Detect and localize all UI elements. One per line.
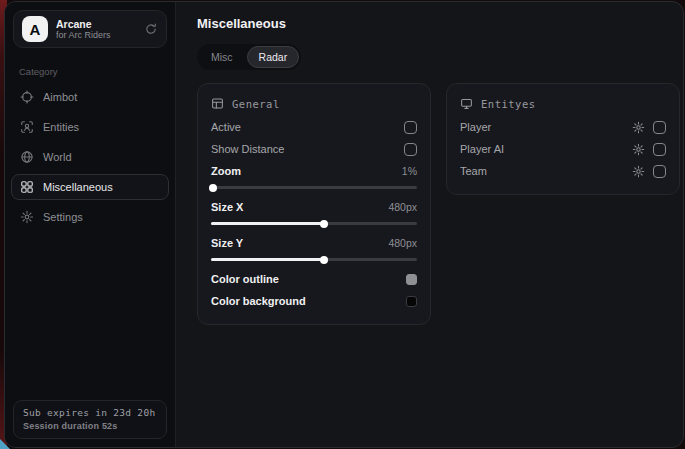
panel-entities-header: Entityes xyxy=(460,97,666,110)
panel-entities-title: Entityes xyxy=(481,98,536,110)
entity-label: Player AI xyxy=(460,143,504,155)
checkbox[interactable] xyxy=(404,121,417,134)
slider-fill xyxy=(211,222,324,225)
slider-fill xyxy=(211,258,324,261)
crosshair-icon xyxy=(20,90,34,104)
setting-row-size-x: Size X480px xyxy=(211,196,417,218)
sync-icon[interactable] xyxy=(144,22,158,36)
sidebar-item-label: World xyxy=(43,151,72,163)
sidebar-item-miscellaneous[interactable]: Miscellaneous xyxy=(11,174,169,200)
slider[interactable] xyxy=(211,183,417,192)
brand-text: Arcane for Arc Riders xyxy=(56,18,136,40)
sidebar-item-aimbot[interactable]: Aimbot xyxy=(11,84,169,110)
sidebar-item-label: Settings xyxy=(43,211,83,223)
sidebar-nav: AimbotEntitiesWorldMiscellaneousSettings xyxy=(5,84,175,230)
entity-controls xyxy=(632,165,666,178)
panel-general-header: General xyxy=(211,97,417,110)
slider-value: 480px xyxy=(388,237,417,249)
tab-misc[interactable]: Misc xyxy=(199,46,245,68)
sidebar-item-settings[interactable]: Settings xyxy=(11,204,169,230)
entity-label: Player xyxy=(460,121,491,133)
setting-row-color-outline: Color outline xyxy=(211,268,417,290)
sidebar-item-entities[interactable]: Entities xyxy=(11,114,169,140)
globe-icon xyxy=(20,150,34,164)
sidebar-item-label: Aimbot xyxy=(43,91,77,103)
slider-track[interactable] xyxy=(211,186,417,189)
sidebar-item-label: Miscellaneous xyxy=(43,181,113,193)
checkbox[interactable] xyxy=(653,143,666,156)
setting-label: Size X xyxy=(211,201,243,213)
gear-icon xyxy=(20,210,34,224)
setting-label: Show Distance xyxy=(211,143,284,155)
sidebar-item-label: Entities xyxy=(43,121,79,133)
page-title: Miscellaneous xyxy=(197,16,680,31)
setting-label: Active xyxy=(211,121,241,133)
panel-entities: Entityes PlayerPlayer AITeam xyxy=(446,83,680,195)
checkbox[interactable] xyxy=(653,165,666,178)
sidebar-item-world[interactable]: World xyxy=(11,144,169,170)
monitor-icon xyxy=(460,97,473,110)
slider-value: 480px xyxy=(388,201,417,213)
setting-row-active: Active xyxy=(211,116,417,138)
checkbox[interactable] xyxy=(653,121,666,134)
slider-thumb[interactable] xyxy=(320,220,328,228)
app-subtitle: for Arc Riders xyxy=(56,30,136,40)
setting-row-show-distance: Show Distance xyxy=(211,138,417,160)
slider[interactable] xyxy=(211,255,417,264)
slider-value: 1% xyxy=(402,165,417,177)
setting-label: Size Y xyxy=(211,237,243,249)
panel-entities-rows: PlayerPlayer AITeam xyxy=(460,116,666,182)
setting-row-zoom: Zoom1% xyxy=(211,160,417,182)
layout-icon xyxy=(211,97,224,110)
panel-general-title: General xyxy=(232,98,280,110)
category-label: Category xyxy=(19,66,161,77)
entity-row-player: Player xyxy=(460,116,666,138)
sub-expiry-text: Sub expires in 23d 20h xyxy=(23,407,157,418)
cursor-artifact xyxy=(0,439,10,449)
checkbox[interactable] xyxy=(404,143,417,156)
slider-thumb[interactable] xyxy=(209,184,217,192)
brand-card: A Arcane for Arc Riders xyxy=(13,10,167,48)
setting-row-color-background: Color background xyxy=(211,290,417,312)
panel-general: General ActiveShow DistanceZoom1%Size X4… xyxy=(197,83,431,325)
entity-controls xyxy=(632,143,666,156)
entity-row-player-ai: Player AI xyxy=(460,138,666,160)
app-logo: A xyxy=(22,16,48,42)
tab-radar[interactable]: Radar xyxy=(247,46,300,68)
entity-row-team: Team xyxy=(460,160,666,182)
setting-label: Color outline xyxy=(211,273,279,285)
main-content: Miscellaneous MiscRadar General ActiveSh… xyxy=(176,2,684,447)
panels-row: General ActiveShow DistanceZoom1%Size X4… xyxy=(197,83,680,325)
setting-label: Color background xyxy=(211,295,306,307)
app-title: Arcane xyxy=(56,18,136,30)
slider[interactable] xyxy=(211,219,417,228)
entities-icon xyxy=(20,120,34,134)
sidebar: A Arcane for Arc Riders Category AimbotE… xyxy=(5,2,176,447)
sidebar-spacer xyxy=(5,230,175,392)
slider-thumb[interactable] xyxy=(320,256,328,264)
grid-icon xyxy=(20,180,34,194)
subscription-box: Sub expires in 23d 20h Session duration … xyxy=(13,400,167,439)
color-swatch[interactable] xyxy=(406,296,417,307)
panel-general-rows: ActiveShow DistanceZoom1%Size X480pxSize… xyxy=(211,116,417,312)
app-window: A Arcane for Arc Riders Category AimbotE… xyxy=(4,1,684,448)
gear-icon[interactable] xyxy=(632,165,645,178)
tab-bar: MiscRadar xyxy=(197,44,301,70)
entity-label: Team xyxy=(460,165,487,177)
color-swatch[interactable] xyxy=(406,274,417,285)
gear-icon[interactable] xyxy=(632,143,645,156)
setting-label: Zoom xyxy=(211,165,241,177)
session-duration-text: Session duration 52s xyxy=(23,421,157,431)
entity-controls xyxy=(632,121,666,134)
setting-row-size-y: Size Y480px xyxy=(211,232,417,254)
gear-icon[interactable] xyxy=(632,121,645,134)
